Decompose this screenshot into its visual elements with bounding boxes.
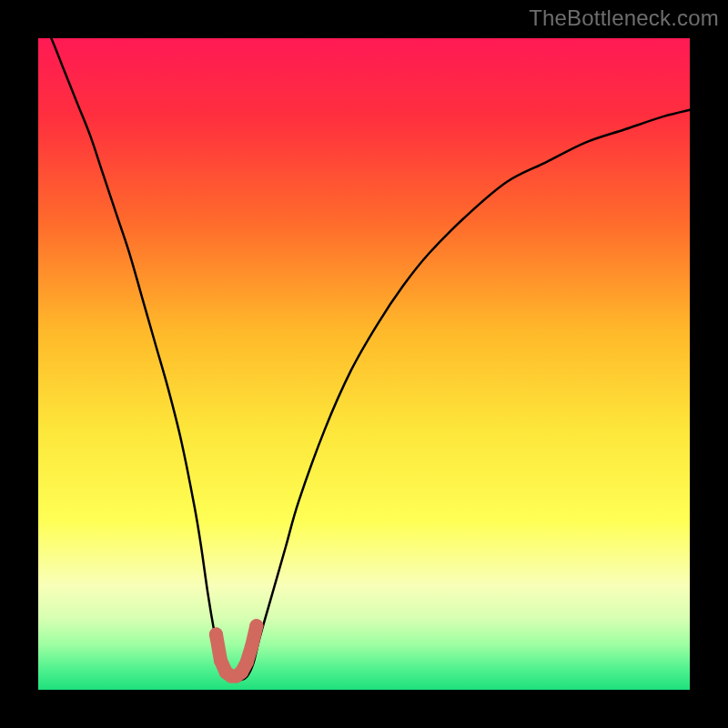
svg-point-2 (214, 653, 228, 667)
optimal-range-marker (209, 619, 263, 682)
svg-point-7 (240, 655, 254, 669)
svg-point-1 (209, 628, 223, 642)
bottleneck-curve (38, 38, 690, 690)
chart-frame: TheBottleneck.com (0, 0, 728, 728)
curve-path (38, 12, 690, 680)
svg-point-8 (245, 639, 258, 652)
svg-point-9 (249, 619, 263, 632)
plot-area (38, 38, 690, 690)
watermark-text: TheBottleneck.com (529, 5, 719, 31)
